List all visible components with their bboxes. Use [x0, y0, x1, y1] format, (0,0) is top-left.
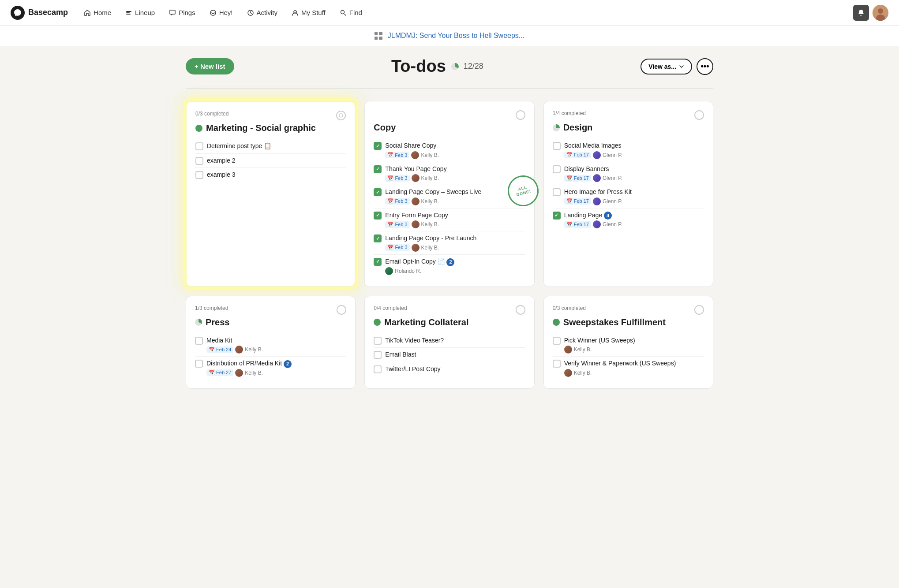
todo-checkbox[interactable]: [195, 142, 203, 150]
mystuff-icon: [292, 9, 299, 16]
card-options-button[interactable]: [336, 111, 346, 120]
card-header: 0/4 completed: [374, 305, 525, 315]
nav-home[interactable]: Home: [79, 6, 116, 19]
todo-item: Distribution of PR/Media Kit 2 📅 Feb 27 …: [195, 356, 346, 380]
todo-checkbox[interactable]: [553, 142, 561, 150]
card-title: Press: [195, 317, 346, 327]
todo-checkbox[interactable]: [374, 337, 382, 345]
todo-item: Entry Form Page Copy 📅 Feb 3 Kelly B.: [374, 208, 525, 231]
todo-title: Landing Page 4: [564, 211, 704, 220]
nav-pings-label: Pings: [179, 9, 195, 16]
todo-content: Entry Form Page Copy 📅 Feb 3 Kelly B.: [385, 211, 525, 229]
todo-checkbox[interactable]: [374, 258, 382, 266]
logo[interactable]: Basecamp: [11, 6, 68, 20]
pings-icon: [169, 9, 176, 16]
todo-checkbox[interactable]: [553, 165, 561, 173]
todo-item: Landing Page Copy - Pre Launch 📅 Feb 3 K…: [374, 231, 525, 254]
svg-point-6: [341, 10, 344, 14]
card-title-text: Press: [206, 317, 230, 327]
user-avatar[interactable]: [873, 5, 888, 21]
notifications-button[interactable]: [853, 5, 869, 21]
assignee-name: Kelly B.: [421, 152, 439, 158]
todo-checkbox[interactable]: [553, 212, 561, 220]
project-link[interactable]: JLMDMJ: Send Your Boss to Hell Sweeps...: [388, 32, 524, 40]
todo-title: Twitter/LI Post Copy: [385, 365, 525, 374]
todo-content: Landing Page Copy - Pre Launch 📅 Feb 3 K…: [385, 234, 525, 252]
card-title-text: Sweepstakes Fulfillment: [563, 317, 666, 327]
ring-icon: [338, 113, 344, 118]
view-as-button[interactable]: View as...: [641, 59, 692, 74]
todo-item: TikTok Video Teaser?: [374, 334, 525, 348]
project-grid-icon: [375, 32, 382, 40]
assignee-name: Kelly B.: [574, 346, 592, 353]
card-options-button[interactable]: [694, 110, 704, 120]
todo-item: example 3: [195, 167, 346, 182]
date-badge: 📅 Feb 17: [564, 175, 591, 182]
hey-icon: [210, 9, 217, 16]
svg-point-11: [339, 114, 343, 117]
card-options-button[interactable]: [516, 305, 525, 315]
date-badge: 📅 Feb 3: [385, 152, 409, 158]
project-header: JLMDMJ: Send Your Boss to Hell Sweeps...: [0, 26, 899, 46]
assignee-name: Kelly B.: [574, 370, 592, 376]
nav-find-label: Find: [349, 9, 362, 16]
todo-content: Landing Page Copy – Sweeps Live 📅 Feb 3 …: [385, 188, 525, 205]
nav-lineup[interactable]: Lineup: [120, 6, 160, 19]
todo-checkbox[interactable]: [195, 360, 203, 368]
todo-checkbox[interactable]: [195, 337, 203, 345]
nav-home-label: Home: [94, 9, 111, 16]
todo-title: Distribution of PR/Media Kit 2: [206, 359, 346, 368]
nav-hey[interactable]: Hey!: [204, 6, 238, 19]
todo-checkbox[interactable]: [374, 234, 382, 242]
assignee-name: Glenn P.: [603, 152, 622, 158]
date-badge: 📅 Feb 17: [564, 221, 591, 228]
todo-checkbox[interactable]: [374, 212, 382, 220]
title-actions: View as... •••: [641, 58, 713, 75]
page-title: To-dos: [391, 57, 446, 76]
todo-item: Twitter/LI Post Copy: [374, 362, 525, 376]
todo-title: example 2: [207, 156, 346, 165]
nav-mystuff[interactable]: My Stuff: [286, 6, 331, 19]
nav-activity[interactable]: Activity: [242, 6, 283, 19]
title-center: To-dos 12/28: [241, 57, 634, 76]
new-list-button[interactable]: + New list: [186, 58, 234, 74]
card-options-button[interactable]: [516, 110, 525, 120]
bell-icon: [857, 9, 865, 17]
card-progress: 0/3 completed: [553, 305, 586, 311]
assignee-name: Rolando R.: [395, 268, 421, 274]
todo-checkbox[interactable]: [374, 351, 382, 359]
svg-rect-0: [126, 11, 131, 12]
todo-checkbox[interactable]: [374, 165, 382, 173]
todo-title: Verify Winner & Paperwork (US Sweeps): [564, 359, 704, 368]
date-badge: 📅 Feb 24: [206, 346, 233, 353]
todo-content: Email Opt-In Copy 📄 2 Rolando R.: [385, 257, 525, 275]
card-options-button[interactable]: [694, 305, 704, 315]
todo-checkbox[interactable]: [553, 337, 561, 345]
todo-checkbox[interactable]: [374, 365, 382, 373]
logo-icon: [11, 6, 25, 20]
svg-point-3: [210, 10, 216, 15]
card-options-button[interactable]: [337, 305, 346, 315]
todo-content: example 3: [207, 171, 346, 179]
nav-pings[interactable]: Pings: [164, 6, 201, 19]
todo-item: Landing Page Copy – Sweeps Live 📅 Feb 3 …: [374, 185, 525, 208]
date-badge: 📅 Feb 17: [564, 198, 591, 205]
todo-checkbox[interactable]: [195, 171, 203, 179]
todo-checkbox[interactable]: [553, 360, 561, 368]
assignee-avatar: [385, 267, 393, 275]
todo-item: Pick Winner (US Sweeps) Kelly B.: [553, 334, 704, 357]
card-dot: [195, 125, 202, 132]
todo-checkbox[interactable]: [374, 188, 382, 196]
todo-title: Entry Form Page Copy: [385, 211, 525, 220]
todo-checkbox[interactable]: [195, 157, 203, 165]
todo-content: Thank You Page Copy 📅 Feb 3 Kelly B.: [385, 165, 525, 182]
assignee-name: Kelly B.: [421, 221, 439, 227]
card-title: Design: [553, 123, 704, 133]
todo-checkbox[interactable]: [553, 188, 561, 196]
page-title-bar: + New list To-dos 12/28 View as... •••: [186, 57, 713, 76]
nav-lineup-label: Lineup: [135, 9, 155, 16]
nav-find[interactable]: Find: [334, 6, 367, 19]
todo-checkbox[interactable]: [374, 142, 382, 150]
more-options-button[interactable]: •••: [697, 58, 713, 75]
avatar-image: [873, 5, 888, 21]
